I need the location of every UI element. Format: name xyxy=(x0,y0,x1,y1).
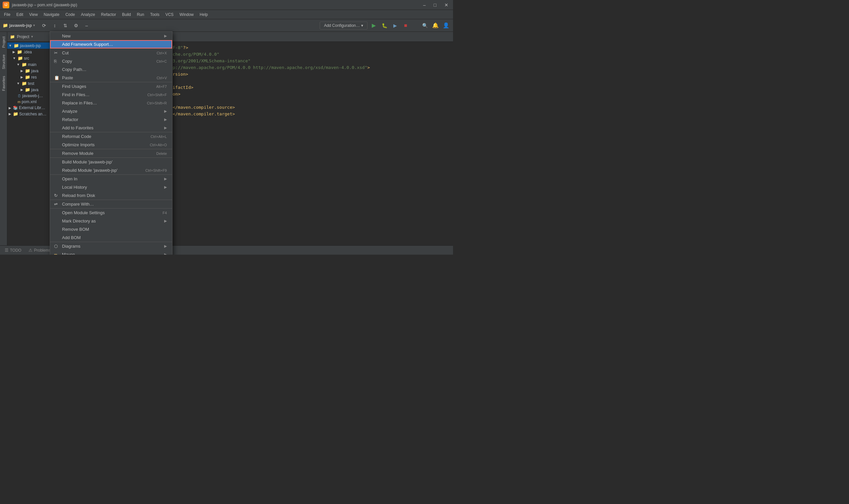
ctx-item-add-bom[interactable]: Add BOM xyxy=(50,233,172,242)
title-bar-controls: – □ ✕ xyxy=(421,2,450,8)
tree-label-scratch: Scratches an… xyxy=(19,112,47,116)
debug-button[interactable]: 🐛 xyxy=(380,21,389,30)
menu-refactor[interactable]: Refactor xyxy=(98,11,119,18)
ctx-icon-maven: m xyxy=(54,253,59,255)
ctx-item-cut[interactable]: ✂ Cut Ctrl+X xyxy=(50,49,172,57)
settings-icon[interactable]: ⚙ xyxy=(72,21,80,30)
expand-arrow-java2: ▶ xyxy=(21,88,23,91)
folder-icon-ext: 📚 xyxy=(13,105,18,110)
menu-bar: File Edit View Navigate Code Analyze Ref… xyxy=(0,10,453,19)
ctx-item-analyze[interactable]: Analyze ▶ xyxy=(50,107,172,115)
ctx-item-paste[interactable]: 📋 Paste Ctrl+V xyxy=(50,74,172,82)
ctx-item-optimize[interactable]: Optimize Imports Ctrl+Alt+O xyxy=(50,141,172,149)
expand-arrow-ext: ▶ xyxy=(8,106,11,110)
ctx-item-replace-files[interactable]: Replace in Files… Ctrl+Shift+R xyxy=(50,99,172,107)
ctx-arrow-open-in: ▶ xyxy=(164,177,167,181)
maximize-button[interactable]: □ xyxy=(432,2,438,8)
minimize-button[interactable]: – xyxy=(421,2,428,8)
ctx-item-remove-bom[interactable]: Remove BOM xyxy=(50,225,172,233)
problems-icon: ⚠ xyxy=(29,248,33,253)
ctx-icon-copy: ⎘ xyxy=(54,59,59,64)
ctx-item-remove-module[interactable]: Remove Module Delete xyxy=(50,149,172,158)
problems-label: Problems xyxy=(34,248,51,253)
tree-label-java2: java xyxy=(31,88,38,92)
ctx-arrow-mark-dir: ▶ xyxy=(164,219,167,223)
minus-icon[interactable]: – xyxy=(82,21,91,30)
menu-run[interactable]: Run xyxy=(134,11,147,18)
expand-arrow-res: ▶ xyxy=(21,75,23,79)
main-area: Project Structure Favorites 📁 Project ▾ … xyxy=(0,32,453,245)
ctx-item-reformat[interactable]: Reformat Code Ctrl+Alt+L xyxy=(50,132,172,141)
toolbar: 📁 javaweb-jsp ▾ ⟳ ↕ ⇅ ⚙ – Add Configurat… xyxy=(0,19,453,32)
ctx-item-module-settings[interactable]: Open Module Settings F4 xyxy=(50,208,172,217)
ctx-shortcut-copy: Ctrl+C xyxy=(157,59,167,63)
stop-button[interactable]: ■ xyxy=(401,21,410,30)
project-header-dropdown[interactable]: ▾ xyxy=(31,35,33,39)
ctx-item-find-files[interactable]: Find in Files… Ctrl+Shift+F xyxy=(50,91,172,99)
ctx-label-reload: Reload from Disk xyxy=(62,193,167,198)
menu-analyze[interactable]: Analyze xyxy=(78,11,98,18)
ctx-item-local-history[interactable]: Local History ▶ xyxy=(50,183,172,191)
ctx-item-maven[interactable]: m Maven ▶ xyxy=(50,250,172,255)
menu-help[interactable]: Help xyxy=(197,11,211,18)
ctx-item-copy-path[interactable]: Copy Path… xyxy=(50,65,172,74)
search-everywhere-icon[interactable]: 🔍 xyxy=(420,21,429,30)
tree-label-idea: .idea xyxy=(23,50,32,54)
ctx-item-mark-dir[interactable]: Mark Directory as ▶ xyxy=(50,217,172,225)
ctx-item-add-framework[interactable]: Add Framework Support… xyxy=(50,40,172,49)
menu-code[interactable]: Code xyxy=(63,11,78,18)
run-button[interactable]: ▶ xyxy=(369,21,378,30)
project-tab[interactable]: Project xyxy=(1,35,6,50)
project-header-label: Project xyxy=(17,35,29,39)
ctx-item-compare[interactable]: ⇌ Compare With… xyxy=(50,200,172,208)
tab-todo[interactable]: ☰ TODO xyxy=(1,246,24,254)
ctx-item-add-favorites[interactable]: Add to Favorites ▶ xyxy=(50,124,172,132)
tree-label-ext: External Libr… xyxy=(19,105,45,110)
menu-file[interactable]: File xyxy=(1,11,13,18)
menu-build[interactable]: Build xyxy=(120,11,134,18)
ctx-item-copy[interactable]: ⎘ Copy Ctrl+C xyxy=(50,57,172,65)
ctx-item-diagrams[interactable]: ⬡ Diagrams ▶ xyxy=(50,242,172,250)
todo-icon: ☰ xyxy=(5,248,8,253)
ctx-item-build-module[interactable]: Build Module 'javaweb-jsp' xyxy=(50,158,172,166)
project-dropdown-icon[interactable]: ▾ xyxy=(33,23,35,28)
tree-label-res: res xyxy=(31,75,37,79)
ctx-label-mark-dir: Mark Directory as xyxy=(62,218,162,223)
menu-view[interactable]: View xyxy=(26,11,40,18)
ctx-item-rebuild-module[interactable]: Rebuild Module 'javaweb-jsp' Ctrl+Shift+… xyxy=(50,166,172,175)
coverage-button[interactable]: ▶ xyxy=(391,21,399,30)
ctx-item-refactor[interactable]: Refactor ▶ xyxy=(50,115,172,124)
project-name: javaweb-jsp xyxy=(9,23,32,28)
ctx-item-reload[interactable]: ↻ Reload from Disk xyxy=(50,191,172,200)
menu-window[interactable]: Window xyxy=(177,11,196,18)
ctx-item-find-usages[interactable]: Find Usages Alt+F7 xyxy=(50,82,172,91)
close-button[interactable]: ✕ xyxy=(442,2,450,8)
xml-icon-pom: m xyxy=(18,100,21,104)
notification-icon[interactable]: 🔔 xyxy=(431,21,440,30)
ctx-arrow-maven: ▶ xyxy=(164,252,167,255)
favorites-tab[interactable]: Favorites xyxy=(1,74,6,93)
expand-icon[interactable]: ↕ xyxy=(50,21,59,30)
menu-navigate[interactable]: Navigate xyxy=(41,11,62,18)
collapse-icon[interactable]: ⇅ xyxy=(61,21,70,30)
structure-tab[interactable]: Structure xyxy=(1,52,6,71)
ctx-shortcut-remove-module: Delete xyxy=(156,151,167,156)
folder-icon-res: 📁 xyxy=(25,75,30,79)
expand-arrow-scratch: ▶ xyxy=(8,112,11,116)
expand-arrow-idea: ▶ xyxy=(13,50,15,54)
context-menu: New ▶ Add Framework Support… ✂ Cut Ctrl+… xyxy=(50,32,173,255)
ctx-label-remove-bom: Remove BOM xyxy=(62,227,167,232)
add-configuration-button[interactable]: Add Configuration… ▾ xyxy=(320,21,367,30)
sync-icon[interactable]: ⟳ xyxy=(40,21,49,30)
ctx-label-compare: Compare With… xyxy=(62,202,167,206)
ctx-label-copy: Copy xyxy=(62,59,154,64)
profile-icon[interactable]: 👤 xyxy=(442,21,450,30)
ctx-icon-compare: ⇌ xyxy=(54,202,59,206)
ctx-arrow-local-history: ▶ xyxy=(164,185,167,189)
menu-tools[interactable]: Tools xyxy=(148,11,162,18)
ctx-item-new[interactable]: New ▶ xyxy=(50,32,172,40)
ctx-item-open-in[interactable]: Open In ▶ xyxy=(50,175,172,183)
menu-edit[interactable]: Edit xyxy=(14,11,26,18)
ctx-label-add-bom: Add BOM xyxy=(62,235,167,240)
menu-vcs[interactable]: VCS xyxy=(163,11,177,18)
